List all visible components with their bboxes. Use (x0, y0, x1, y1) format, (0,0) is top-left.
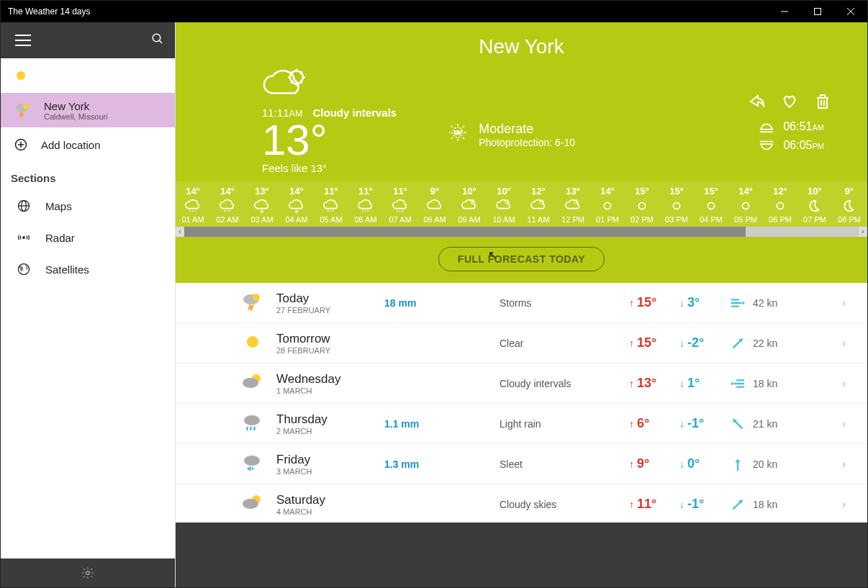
sidebar-location-selected[interactable]: New York Caldwell, Missouri (1, 93, 175, 127)
day-wind: 18 kn (730, 376, 809, 392)
hour-label: 12 PM (556, 215, 590, 224)
day-row[interactable]: Saturday4 MARCH Cloudy skies 11° -1° 18 … (176, 484, 867, 523)
day-max: 13° (629, 376, 679, 391)
close-button[interactable] (834, 1, 867, 22)
hour-cell[interactable]: 11° 05 AM (314, 181, 348, 227)
search-icon[interactable] (151, 32, 164, 48)
hour-cell[interactable]: 14° 04 AM (279, 181, 314, 227)
day-wind: 20 kn (730, 456, 809, 472)
day-min: -2° (679, 335, 730, 350)
full-forecast-button[interactable]: FULL FORECAST TODAY (438, 247, 605, 271)
sidebar: New York Caldwell, Missouri Add location… (1, 22, 176, 587)
day-wind: 21 kn (730, 416, 809, 432)
hour-icon (728, 198, 763, 214)
hour-icon (210, 198, 245, 214)
day-min: 3° (679, 295, 730, 310)
svg-point-8 (23, 104, 29, 109)
share-icon[interactable] (748, 93, 765, 113)
hour-cell[interactable]: 15° 04 PM (694, 181, 728, 227)
day-wind: 18 kn (730, 497, 809, 512)
hour-label: 07 AM (383, 215, 417, 224)
hour-icon (417, 198, 452, 214)
hour-icon (659, 198, 694, 214)
section-radar[interactable]: Radar (1, 222, 175, 253)
day-row[interactable]: Today27 FEBRUARY 18 mm Storms 15° 3° 42 … (176, 283, 867, 323)
day-date: 3 MARCH (276, 467, 384, 476)
day-date: 2 MARCH (276, 427, 384, 435)
hour-temp: 10° (452, 186, 487, 196)
scroll-thumb[interactable] (184, 227, 746, 237)
svg-point-44 (243, 499, 258, 509)
feels-like: Feels like 13° (262, 162, 397, 174)
hamburger-icon[interactable] (15, 35, 31, 46)
hour-cell[interactable]: 12° 11 AM (521, 181, 556, 227)
hour-icon (797, 198, 832, 214)
svg-line-37 (250, 427, 251, 430)
current-temp: 13° (262, 119, 397, 162)
scroll-left-icon[interactable]: ‹ (176, 227, 184, 237)
hour-cell[interactable]: 9° 08 PM (832, 181, 867, 227)
day-row[interactable]: Thursday2 MARCH 1.1 mm Light rain 6° -1°… (176, 404, 867, 444)
day-row[interactable]: Tomorrow28 FEBRUARY Clear 15° -2° 22 kn … (176, 323, 867, 363)
day-icon (240, 372, 276, 395)
hour-temp: 14° (176, 186, 210, 196)
day-condition: Cloudy intervals (499, 378, 629, 389)
day-max: 15° (629, 295, 679, 310)
hour-label: 03 PM (659, 215, 694, 224)
hour-icon (556, 198, 590, 214)
hour-cell[interactable]: 13° 03 AM (245, 181, 279, 227)
hour-cell[interactable]: 10° 07 PM (797, 181, 832, 227)
hour-temp: 12° (763, 186, 797, 196)
svg-point-4 (153, 34, 161, 42)
hour-label: 06 AM (348, 215, 383, 224)
hour-cell[interactable]: 10° 09 AM (452, 181, 487, 227)
hour-cell[interactable]: 13° 12 PM (556, 181, 590, 227)
hour-cell[interactable]: 12° 06 PM (763, 181, 797, 227)
hero: New York 11:11AM Cloudy intervals (176, 22, 867, 283)
plus-circle-icon (14, 137, 28, 152)
day-row[interactable]: Wednesday1 MARCH Cloudy intervals 13° 1°… (176, 363, 867, 404)
hour-temp: 9° (832, 186, 867, 196)
day-condition: Light rain (499, 418, 629, 430)
day-min: -1° (679, 497, 730, 512)
hourly-scrollbar[interactable]: ‹ › (176, 227, 867, 237)
hour-cell[interactable]: 14° 05 PM (728, 181, 763, 227)
hour-icon (590, 198, 625, 214)
hour-cell[interactable]: 15° 02 PM (625, 181, 659, 227)
day-row[interactable]: Friday3 MARCH 1.3 mm Sleet 9° 0° 20 kn › (176, 444, 867, 484)
hour-cell[interactable]: 14° 01 AM (176, 181, 210, 227)
scroll-right-icon[interactable]: › (859, 227, 867, 237)
hour-label: 02 AM (210, 215, 245, 224)
day-date: 28 FEBRUARY (276, 346, 384, 355)
hour-label: 02 PM (625, 215, 659, 224)
settings-button[interactable] (1, 558, 175, 587)
section-maps[interactable]: Maps (1, 190, 175, 222)
hour-cell[interactable]: 11° 07 AM (383, 181, 417, 227)
heart-icon[interactable] (781, 93, 798, 113)
sunset-icon (759, 137, 774, 153)
hour-cell[interactable]: 14° 01 PM (590, 181, 625, 227)
hour-cell[interactable]: 15° 03 PM (659, 181, 694, 227)
hour-icon (763, 198, 797, 214)
hour-cell[interactable]: 10° 10 AM (487, 181, 521, 227)
day-condition: Clear (499, 338, 629, 349)
section-satellites[interactable]: Satellites (1, 253, 175, 285)
hour-cell[interactable]: 11° 06 AM (348, 181, 383, 227)
day-precip: 1.1 mm (384, 418, 499, 430)
maximize-button[interactable] (801, 1, 834, 22)
minimize-button[interactable] (768, 1, 801, 22)
current-condition-icon (262, 64, 397, 107)
svg-point-16 (19, 264, 30, 275)
hour-cell[interactable]: 9° 08 AM (417, 181, 452, 227)
day-precip: 18 mm (384, 297, 499, 309)
sidebar-current-location[interactable] (1, 58, 175, 93)
hour-cell[interactable]: 14° 02 AM (210, 181, 245, 227)
svg-line-36 (247, 427, 248, 430)
svg-rect-22 (820, 95, 825, 98)
chevron-right-icon: › (842, 377, 846, 390)
hour-temp: 11° (383, 186, 417, 196)
hour-label: 11 AM (521, 215, 556, 224)
add-location-button[interactable]: Add location (1, 127, 175, 162)
svg-rect-18 (818, 98, 827, 108)
trash-icon[interactable] (814, 93, 831, 113)
